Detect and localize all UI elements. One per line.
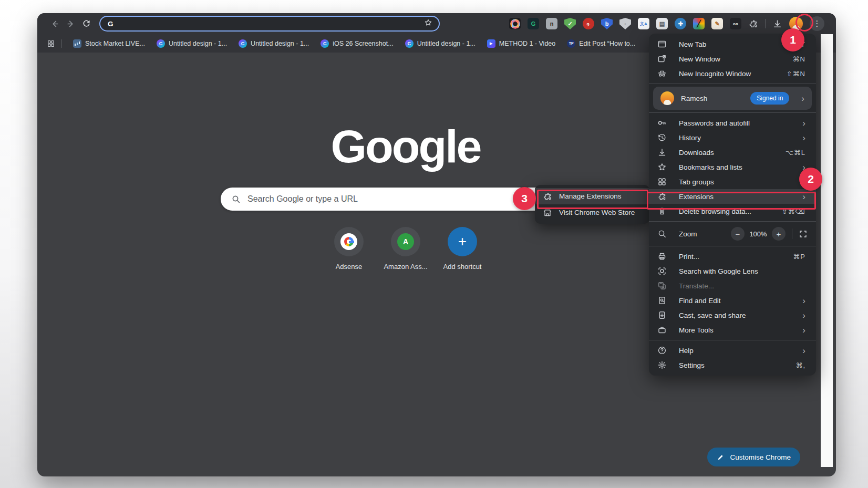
page-scrollbar[interactable] — [821, 34, 833, 467]
menu-item-shortcut: ⇧⌘N — [787, 70, 805, 78]
menu-item-more-tools[interactable]: More Tools› — [649, 323, 816, 337]
bookmark-item[interactable]: CUntitled design - 1... — [151, 37, 233, 50]
grammarly-extension-icon[interactable]: G — [528, 18, 539, 29]
fullscreen-icon[interactable] — [799, 230, 808, 238]
menu-item-shortcut: ⌘, — [795, 361, 805, 369]
forward-icon[interactable] — [63, 16, 78, 32]
submenu-item-label: Visit Chrome Web Store — [559, 209, 635, 216]
menu-divider — [649, 84, 816, 84]
translate-icon — [657, 281, 667, 290]
menu-item-new-window[interactable]: New Window⌘N — [649, 51, 816, 66]
back-icon[interactable] — [47, 16, 63, 32]
customise-chrome-button[interactable]: Customise Chrome — [707, 448, 800, 466]
menu-item-tab-groups[interactable]: Tab groups› — [649, 174, 816, 189]
menu-item-translate[interactable]: Translate... — [649, 278, 816, 293]
profile-menu-row[interactable]: Ramesh Signed in › — [653, 87, 812, 110]
beige-pen-extension-icon[interactable]: ✎ — [711, 18, 723, 29]
new-tab-icon — [657, 39, 667, 49]
gray-shield-extension-icon[interactable]: ◦ — [619, 18, 631, 29]
zoom-in-button[interactable]: + — [772, 227, 786, 241]
menu-item-history[interactable]: History› — [649, 130, 816, 145]
blue-cross-extension-icon[interactable]: ✚ — [675, 18, 686, 29]
step-badge-1: 1 — [781, 28, 804, 51]
zoom-label: Zoom — [679, 230, 697, 238]
arc-ring-extension-icon[interactable] — [509, 18, 521, 29]
add-shortcut-button[interactable]: + Add shortcut — [434, 227, 491, 271]
customise-chrome-label: Customise Chrome — [730, 453, 791, 461]
translate-extension-icon[interactable]: 文A — [638, 18, 649, 29]
annotation-ring — [795, 14, 813, 32]
google-logo: Google — [330, 120, 480, 173]
address-bar-text: G — [108, 20, 113, 28]
menu-item-shortcut: ⌥⌘L — [786, 149, 805, 157]
menu-item-help[interactable]: Help› — [649, 343, 816, 358]
printer-icon — [657, 252, 667, 261]
bookmark-item[interactable]: CUntitled design - 1... — [233, 37, 315, 50]
downloads-tray-icon[interactable] — [772, 19, 782, 29]
bookmark-item[interactable]: TPEdit Post “How to... — [561, 37, 641, 50]
canva-favicon: C — [321, 39, 329, 48]
bookmark-item[interactable]: Stock Market LIVE... — [67, 37, 151, 50]
green-shield-extension-icon[interactable]: ✓ — [564, 18, 576, 29]
shortcut-adsense[interactable]: Adsense — [321, 227, 377, 271]
amazon-a-icon: A — [397, 233, 414, 250]
gray-figure-extension-icon[interactable]: n — [546, 18, 557, 29]
annotation-box-manage-extensions — [537, 190, 648, 209]
chevron-right-icon: › — [802, 311, 805, 320]
menu-item-label: Translate... — [679, 282, 714, 290]
reader-extension-icon[interactable]: ▤ — [656, 18, 668, 29]
zoom-out-button[interactable]: − — [731, 227, 745, 241]
canva-favicon: C — [405, 39, 414, 48]
plus-icon: + — [448, 227, 477, 256]
menu-item-label: Downloads — [679, 149, 714, 157]
apps-grid-icon[interactable] — [47, 39, 55, 48]
shortcut-label: Amazon Ass... — [384, 263, 427, 271]
store-icon — [543, 208, 552, 217]
menu-item-settings[interactable]: Settings⌘, — [649, 358, 816, 372]
menu-item-label: Bookmarks and lists — [679, 163, 742, 171]
bookmark-item[interactable]: CUntitled design - 1... — [399, 37, 481, 50]
color-picker-extension-icon[interactable] — [693, 18, 705, 29]
menu-item-label: Cast, save and share — [679, 312, 746, 319]
bookmark-label: Untitled design - 1... — [417, 40, 476, 47]
shortcut-amazon-associates[interactable]: A Amazon Ass... — [377, 227, 434, 271]
bookmark-item[interactable]: ▶METHOD 1 - Video — [481, 37, 561, 50]
bookmark-label: Untitled design - 1... — [251, 40, 309, 47]
shortcut-circle: A — [391, 227, 420, 256]
help-icon — [657, 346, 667, 355]
google-g-icon — [344, 237, 354, 246]
goggles-extension-icon[interactable]: oo — [730, 18, 741, 29]
history-icon — [657, 133, 667, 142]
zoom-value: 100% — [745, 230, 772, 238]
canva-favicon: C — [239, 39, 247, 48]
bookmark-label: METHOD 1 - Video — [499, 40, 555, 47]
menu-item-passwords-and-autofill[interactable]: Passwords and autofill› — [649, 116, 816, 130]
menu-item-find-and-edit[interactable]: Find and Edit› — [649, 293, 816, 308]
extensions-cluster: Gn✓g.b◦文A▤✚✎oo ⋮ — [509, 16, 824, 31]
blue-shield-extension-icon[interactable]: b — [601, 18, 613, 29]
menu-item-label: History — [679, 134, 701, 142]
refresh-icon[interactable] — [78, 16, 94, 32]
settings-icon — [657, 360, 667, 370]
bookmark-item[interactable]: CiOS 26 Screenshot... — [315, 37, 399, 50]
red-g-extension-icon[interactable]: g. — [583, 18, 594, 29]
menu-divider — [649, 221, 816, 222]
bookmark-star-icon[interactable] — [424, 18, 432, 29]
address-bar[interactable]: G — [99, 16, 440, 32]
bookmark-label: Untitled design - 1... — [169, 40, 227, 47]
menu-item-label: Help — [679, 347, 694, 355]
stock-chart-favicon — [73, 39, 81, 48]
annotation-box-extensions — [647, 192, 816, 210]
menu-item-bookmarks-and-lists[interactable]: Bookmarks and lists› — [649, 160, 816, 174]
menu-item-print[interactable]: Print...⌘P — [649, 249, 816, 264]
menu-item-search-with-google-lens[interactable]: Search with Google Lens — [649, 264, 816, 278]
extensions-puzzle-icon[interactable] — [748, 19, 758, 29]
chevron-right-icon: › — [802, 346, 805, 355]
menu-item-new-incognito-window[interactable]: New Incognito Window⇧⌘N — [649, 66, 816, 81]
chevron-right-icon: › — [801, 94, 804, 103]
chevron-right-icon: › — [802, 133, 805, 142]
menu-item-downloads[interactable]: Downloads⌥⌘L — [649, 145, 816, 160]
menu-item-cast-save-and-share[interactable]: Cast, save and share› — [649, 308, 816, 323]
new-window-icon — [657, 54, 667, 64]
tp-favicon: TP — [567, 39, 575, 48]
